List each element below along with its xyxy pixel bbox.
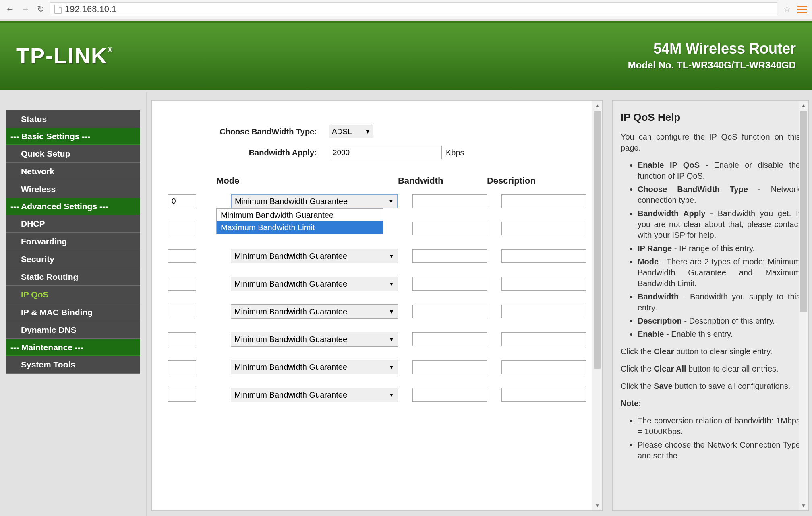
col-header-mode: Mode bbox=[216, 175, 383, 186]
description-input[interactable] bbox=[501, 249, 586, 263]
ip-range-input[interactable] bbox=[168, 388, 196, 402]
help-bullet: Bandwidth - Bandwidth you supply to this… bbox=[638, 291, 800, 313]
scroll-up-icon[interactable]: ▲ bbox=[592, 101, 602, 110]
description-input[interactable] bbox=[501, 194, 586, 208]
sidebar-item[interactable]: Status bbox=[6, 110, 140, 128]
scroll-thumb[interactable] bbox=[800, 111, 807, 312]
scroll-down-icon[interactable]: ▼ bbox=[799, 501, 808, 510]
mode-select[interactable]: Minimum Bandwidth Guarantee▼ bbox=[231, 332, 398, 347]
scroll-up-icon[interactable]: ▲ bbox=[799, 101, 808, 110]
sidebar-item[interactable]: Network bbox=[6, 163, 140, 180]
description-input[interactable] bbox=[501, 360, 586, 374]
bandwidth-type-label: Choose BandWidth Type: bbox=[168, 127, 329, 136]
chevron-down-icon: ▼ bbox=[388, 198, 394, 204]
table-row: Minimum Bandwidth Guarantee▼ bbox=[168, 304, 586, 319]
bookmark-star-icon[interactable]: ☆ bbox=[781, 4, 793, 14]
bandwidth-input[interactable] bbox=[412, 222, 487, 235]
mode-dropdown-item[interactable]: Minimum Bandwidth Guarantee bbox=[217, 209, 383, 221]
bandwidth-type-select[interactable]: ADSL▼ bbox=[329, 125, 373, 138]
help-bullet: Choose BandWidth Type - Network connecti… bbox=[638, 184, 800, 206]
bandwidth-input[interactable] bbox=[412, 332, 487, 346]
sidebar-item[interactable]: Wireless bbox=[6, 180, 140, 198]
sidebar-item[interactable]: System Tools bbox=[6, 356, 140, 374]
bandwidth-input[interactable] bbox=[412, 194, 487, 208]
help-bullet: Description - Description of this entry. bbox=[638, 316, 800, 326]
product-title: 54M Wireless Router bbox=[628, 40, 796, 57]
table-row: Minimum Bandwidth Guarantee▼ bbox=[168, 332, 586, 347]
help-save-line: Click the Save button to save all config… bbox=[621, 381, 800, 392]
mode-dropdown-item[interactable]: Maximum Bandwidth Limit bbox=[217, 221, 383, 234]
sidebar-item[interactable]: Security bbox=[6, 250, 140, 268]
chevron-down-icon: ▼ bbox=[389, 308, 394, 315]
mode-select[interactable]: Minimum Bandwidth Guarantee▼ bbox=[231, 360, 398, 374]
help-title: IP QoS Help bbox=[621, 110, 800, 124]
main-panel: Choose BandWidth Type: ADSL▼ Bandwidth A… bbox=[147, 92, 607, 516]
mode-select[interactable]: Minimum Bandwidth Guarantee▼ bbox=[231, 194, 398, 208]
chevron-down-icon: ▼ bbox=[389, 364, 394, 370]
help-bullet: Mode - There are 2 types of mode: Minimu… bbox=[638, 256, 800, 289]
ip-range-input[interactable] bbox=[168, 222, 196, 235]
bandwidth-input[interactable] bbox=[412, 388, 487, 402]
sidebar-section-header: --- Maintenance --- bbox=[6, 339, 140, 356]
sidebar-item[interactable]: IP QoS bbox=[6, 286, 140, 303]
url-text: 192.168.10.1 bbox=[65, 4, 116, 14]
hamburger-menu-icon[interactable] bbox=[797, 3, 808, 16]
help-scrollbar[interactable]: ▲ ▼ bbox=[799, 101, 808, 510]
description-input[interactable] bbox=[501, 388, 586, 402]
chevron-down-icon: ▼ bbox=[389, 253, 394, 259]
qos-table: Mode Bandwidth Description Minimum Bandw… bbox=[168, 175, 586, 402]
ip-range-input[interactable] bbox=[168, 332, 196, 346]
chevron-down-icon: ▼ bbox=[389, 392, 394, 398]
product-info: 54M Wireless Router Model No. TL-WR340G/… bbox=[628, 40, 796, 71]
bandwidth-apply-input[interactable] bbox=[329, 146, 442, 159]
ip-range-input[interactable] bbox=[168, 194, 196, 208]
description-input[interactable] bbox=[501, 305, 586, 318]
table-row: Minimum Bandwidth Guarantee▼ bbox=[168, 249, 586, 263]
help-note-label: Note: bbox=[621, 398, 800, 409]
bandwidth-input[interactable] bbox=[412, 249, 487, 263]
ip-range-input[interactable] bbox=[168, 249, 196, 263]
description-input[interactable] bbox=[501, 277, 586, 291]
sidebar-item[interactable]: Forwarding bbox=[6, 233, 140, 250]
sidebar-item[interactable]: Static Routing bbox=[6, 268, 140, 286]
description-input[interactable] bbox=[501, 222, 586, 235]
router-header: TP-LINK® 54M Wireless Router Model No. T… bbox=[0, 19, 812, 92]
mode-select[interactable]: Minimum Bandwidth Guarantee▼ bbox=[231, 304, 398, 319]
forward-button[interactable]: → bbox=[19, 3, 31, 15]
mode-dropdown-list: Minimum Bandwidth GuaranteeMaximum Bandw… bbox=[216, 208, 383, 234]
product-model: Model No. TL-WR340G/TL-WR340GD bbox=[628, 60, 796, 71]
col-header-description: Description bbox=[487, 175, 572, 186]
help-bullet: Enable - Enable this entry. bbox=[638, 329, 800, 340]
sidebar-item[interactable]: DHCP bbox=[6, 215, 140, 233]
ip-range-input[interactable] bbox=[168, 360, 196, 374]
help-bullet-list: Enable IP QoS - Enable or disable the fu… bbox=[621, 160, 800, 340]
main-scrollbar[interactable]: ▲ ▼ bbox=[592, 101, 602, 510]
bandwidth-input[interactable] bbox=[412, 360, 487, 374]
chevron-down-icon: ▼ bbox=[365, 128, 371, 135]
scroll-down-icon[interactable]: ▼ bbox=[592, 501, 602, 510]
scroll-thumb[interactable] bbox=[594, 111, 601, 369]
ip-range-input[interactable] bbox=[168, 277, 196, 291]
chevron-down-icon: ▼ bbox=[389, 336, 394, 343]
sidebar-item[interactable]: Dynamic DNS bbox=[6, 321, 140, 339]
reload-button[interactable]: ↻ bbox=[35, 3, 47, 15]
page-icon bbox=[54, 5, 62, 14]
mode-select[interactable]: Minimum Bandwidth Guarantee▼ bbox=[231, 388, 398, 402]
brand-logo: TP-LINK® bbox=[16, 43, 113, 68]
help-clearall-line: Click the Clear All button to clear all … bbox=[621, 363, 800, 374]
help-panel: IP QoS Help You can configure the IP QoS… bbox=[607, 92, 812, 516]
help-clear-line: Click the Clear button to clear single e… bbox=[621, 346, 800, 357]
back-button[interactable]: ← bbox=[4, 3, 16, 15]
mode-select[interactable]: Minimum Bandwidth Guarantee▼ bbox=[231, 249, 398, 263]
help-note-item: The conversion relation of bandwidth: 1M… bbox=[638, 415, 800, 437]
help-note-item: Please choose the Network Connection Typ… bbox=[638, 440, 800, 461]
mode-select[interactable]: Minimum Bandwidth Guarantee▼ bbox=[231, 277, 398, 291]
sidebar-item[interactable]: Quick Setup bbox=[6, 145, 140, 163]
bandwidth-input[interactable] bbox=[412, 305, 487, 318]
bandwidth-input[interactable] bbox=[412, 277, 487, 291]
description-input[interactable] bbox=[501, 332, 586, 346]
bandwidth-unit: Kbps bbox=[446, 148, 464, 157]
ip-range-input[interactable] bbox=[168, 305, 196, 318]
sidebar-item[interactable]: IP & MAC Binding bbox=[6, 303, 140, 321]
address-bar[interactable]: 192.168.10.1 bbox=[50, 2, 777, 16]
